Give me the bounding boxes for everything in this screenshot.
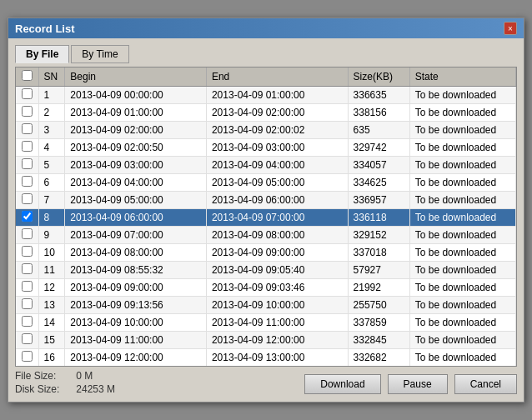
row-checkbox[interactable] — [22, 351, 33, 362]
row-state: To be downloaded — [409, 192, 515, 209]
row-size: 338156 — [348, 104, 409, 122]
table-row[interactable]: 14 2013-04-09 10:00:00 2013-04-09 11:00:… — [16, 314, 516, 332]
table-row[interactable]: 6 2013-04-09 04:00:00 2013-04-09 05:00:0… — [16, 174, 516, 192]
table-row[interactable]: 3 2013-04-09 02:00:00 2013-04-09 02:00:0… — [16, 122, 516, 139]
row-sn: 7 — [38, 192, 65, 209]
row-end: 2013-04-09 02:00:00 — [206, 104, 348, 122]
row-checkbox[interactable] — [22, 193, 33, 204]
row-checkbox[interactable] — [22, 263, 33, 274]
row-state: To be downloaded — [409, 279, 515, 297]
row-size: 635 — [348, 122, 409, 139]
row-checkbox-cell — [16, 139, 38, 157]
row-state: To be downloaded — [409, 297, 515, 314]
row-size: 336957 — [348, 192, 409, 209]
row-end: 2013-04-09 05:00:00 — [206, 174, 348, 192]
row-sn: 15 — [38, 332, 65, 349]
record-table-container: SN Begin End Size(KB) State 1 2013-04-09… — [15, 67, 517, 367]
row-checkbox[interactable] — [22, 281, 33, 292]
row-end: 2013-04-09 12:00:00 — [206, 332, 348, 349]
row-begin: 2013-04-09 00:00:00 — [65, 87, 207, 104]
table-header: SN Begin End Size(KB) State — [16, 68, 516, 87]
row-size: 21992 — [348, 279, 409, 297]
row-state: To be downloaded — [409, 87, 515, 104]
row-end: 2013-04-09 02:00:02 — [206, 122, 348, 139]
row-size: 255750 — [348, 297, 409, 314]
row-end: 2013-04-09 07:00:00 — [206, 209, 348, 227]
table-row[interactable]: 15 2013-04-09 11:00:00 2013-04-09 12:00:… — [16, 332, 516, 349]
row-state: To be downloaded — [409, 262, 515, 279]
row-checkbox[interactable] — [22, 123, 33, 134]
row-checkbox-cell — [16, 192, 38, 209]
row-checkbox-cell — [16, 209, 38, 227]
header-size: Size(KB) — [348, 68, 409, 87]
row-state: To be downloaded — [409, 122, 515, 139]
table-row[interactable]: 8 2013-04-09 06:00:00 2013-04-09 07:00:0… — [16, 209, 516, 227]
row-state: To be downloaded — [409, 157, 515, 174]
row-checkbox[interactable] — [22, 298, 33, 309]
table-row[interactable]: 4 2013-04-09 02:00:50 2013-04-09 03:00:0… — [16, 139, 516, 157]
row-checkbox[interactable] — [22, 88, 33, 99]
disk-size-row: Disk Size: 24253 M — [15, 383, 143, 395]
table-row[interactable]: 12 2013-04-09 09:00:00 2013-04-09 09:03:… — [16, 279, 516, 297]
table-row[interactable]: 5 2013-04-09 03:00:00 2013-04-09 04:00:0… — [16, 157, 516, 174]
row-checkbox[interactable] — [22, 228, 33, 239]
row-checkbox-cell — [16, 87, 38, 104]
row-checkbox[interactable] — [22, 316, 33, 327]
row-begin: 2013-04-09 10:00:00 — [65, 314, 207, 332]
close-icon: × — [508, 24, 513, 33]
close-button[interactable]: × — [504, 22, 517, 35]
table-row[interactable]: 9 2013-04-09 07:00:00 2013-04-09 08:00:0… — [16, 227, 516, 244]
row-checkbox[interactable] — [22, 141, 33, 152]
tab-by-file[interactable]: By File — [15, 45, 69, 63]
pause-button[interactable]: Pause — [388, 374, 448, 394]
header-sn: SN — [38, 68, 65, 87]
row-checkbox-cell — [16, 262, 38, 279]
tab-by-time[interactable]: By Time — [71, 45, 128, 63]
row-begin: 2013-04-09 09:13:56 — [65, 297, 207, 314]
row-end: 2013-04-09 09:00:00 — [206, 244, 348, 262]
table-row[interactable]: 10 2013-04-09 08:00:00 2013-04-09 09:00:… — [16, 244, 516, 262]
row-sn: 8 — [38, 209, 65, 227]
cancel-button[interactable]: Cancel — [454, 374, 517, 394]
row-sn: 13 — [38, 297, 65, 314]
table-row[interactable]: 16 2013-04-09 12:00:00 2013-04-09 13:00:… — [16, 349, 516, 367]
row-checkbox[interactable] — [22, 158, 33, 169]
header-begin: Begin — [65, 68, 207, 87]
row-state: To be downloaded — [409, 314, 515, 332]
dialog-body: By File By Time SN Begin End Size(KB) St… — [8, 38, 524, 402]
row-begin: 2013-04-09 11:00:00 — [65, 332, 207, 349]
row-sn: 10 — [38, 244, 65, 262]
row-size: 332845 — [348, 332, 409, 349]
row-sn: 12 — [38, 279, 65, 297]
table-row[interactable]: 7 2013-04-09 05:00:00 2013-04-09 06:00:0… — [16, 192, 516, 209]
table-row[interactable]: 2 2013-04-09 01:00:00 2013-04-09 02:00:0… — [16, 104, 516, 122]
select-all-checkbox[interactable] — [22, 70, 33, 81]
row-checkbox[interactable] — [22, 106, 33, 117]
row-sn: 16 — [38, 349, 65, 367]
record-list-dialog: Record List × By File By Time SN Begin E… — [8, 18, 524, 402]
row-begin: 2013-04-09 01:00:00 — [65, 104, 207, 122]
row-sn: 1 — [38, 87, 65, 104]
header-checkbox-col — [16, 68, 38, 87]
row-begin: 2013-04-09 03:00:00 — [65, 157, 207, 174]
row-size: 334625 — [348, 174, 409, 192]
row-checkbox[interactable] — [22, 333, 33, 344]
row-checkbox-cell — [16, 174, 38, 192]
row-end: 2013-04-09 10:00:00 — [206, 297, 348, 314]
row-checkbox-cell — [16, 314, 38, 332]
row-sn: 14 — [38, 314, 65, 332]
file-size-label: File Size: — [15, 370, 73, 382]
row-checkbox-cell — [16, 279, 38, 297]
table-row[interactable]: 13 2013-04-09 09:13:56 2013-04-09 10:00:… — [16, 297, 516, 314]
row-checkbox-cell — [16, 297, 38, 314]
table-row[interactable]: 1 2013-04-09 00:00:00 2013-04-09 01:00:0… — [16, 87, 516, 104]
row-checkbox[interactable] — [22, 211, 33, 222]
row-checkbox[interactable] — [22, 176, 33, 187]
header-end: End — [206, 68, 348, 87]
download-button[interactable]: Download — [304, 374, 380, 394]
table-row[interactable]: 11 2013-04-09 08:55:32 2013-04-09 09:05:… — [16, 262, 516, 279]
row-checkbox[interactable] — [22, 246, 33, 257]
row-begin: 2013-04-09 06:00:00 — [65, 209, 207, 227]
row-end: 2013-04-09 06:00:00 — [206, 192, 348, 209]
disk-size-label: Disk Size: — [15, 383, 73, 395]
